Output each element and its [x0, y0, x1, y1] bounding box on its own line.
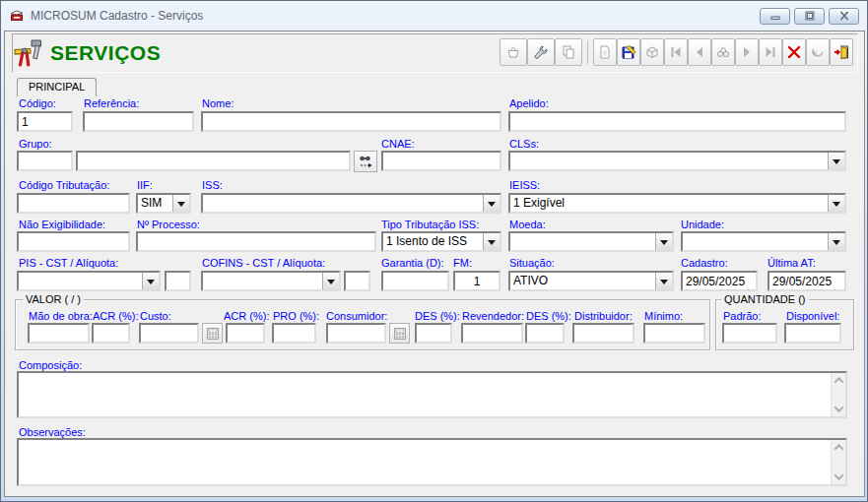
observacoes-textarea[interactable] — [17, 438, 847, 486]
observacoes-label: Observações: — [19, 426, 86, 438]
chevron-down-icon[interactable] — [483, 195, 500, 212]
garantia-label: Garantia (D): — [381, 257, 444, 269]
grupo-name-input[interactable] — [76, 151, 351, 171]
pis-cst-combobox[interactable] — [17, 271, 161, 291]
new-record-button[interactable] — [593, 38, 617, 66]
cnae-input[interactable] — [381, 151, 501, 171]
ieiss-combobox[interactable]: 1 Exigível — [508, 193, 846, 214]
apelido-label: Apelido: — [509, 97, 549, 109]
clss-label: CLSs: — [509, 138, 539, 150]
prior-button[interactable] — [688, 38, 711, 66]
basket-icon — [505, 44, 521, 60]
window-title: MICROSUM Cadastro - Serviços — [31, 9, 203, 23]
mao-de-obra-input[interactable] — [28, 323, 90, 344]
pro-input[interactable] — [272, 323, 316, 344]
custo-label: Custo: — [140, 310, 171, 322]
disponivel-input[interactable] — [784, 323, 841, 344]
chevron-down-icon[interactable] — [655, 273, 672, 289]
codigo-input[interactable] — [17, 111, 73, 132]
close-button[interactable] — [829, 8, 859, 25]
cofins-aliquota-input[interactable] — [344, 271, 370, 291]
last-button[interactable] — [759, 38, 782, 66]
garantia-input[interactable] — [381, 271, 449, 291]
tipo-tributacao-iss-label: Tipo Tributação ISS: — [381, 219, 479, 230]
maximize-button[interactable] — [794, 8, 825, 25]
nome-input[interactable] — [201, 111, 501, 132]
codigo-tributacao-input[interactable] — [17, 193, 130, 214]
binoculars-search-icon — [357, 154, 374, 169]
ieiss-value: 1 Exigível — [510, 195, 828, 212]
scroll-up-icon[interactable] — [834, 377, 843, 387]
nao-exigibilidade-input[interactable] — [17, 231, 130, 252]
consumidor-input[interactable] — [326, 323, 386, 344]
iss-combobox[interactable] — [201, 193, 501, 214]
custo-calculator-button[interactable] — [202, 323, 223, 344]
revendedor-input[interactable] — [461, 323, 523, 344]
ultima-at-input[interactable] — [768, 271, 846, 291]
n-processo-input[interactable] — [136, 231, 376, 252]
chevron-down-icon[interactable] — [322, 273, 339, 289]
tab-principal[interactable]: PRINCIPAL — [17, 78, 97, 96]
des1-input[interactable] — [415, 323, 452, 344]
next-button[interactable] — [735, 38, 759, 66]
apelido-input[interactable] — [508, 111, 846, 132]
cofins-label: COFINS - CST / Alíquota: — [202, 257, 325, 269]
composicao-textarea[interactable] — [17, 371, 847, 418]
clss-combobox[interactable] — [508, 151, 846, 171]
copy-button[interactable] — [555, 38, 582, 66]
moeda-combobox[interactable] — [508, 231, 674, 252]
copy-icon — [561, 44, 576, 60]
chevron-down-icon[interactable] — [828, 233, 844, 250]
toolbar-separator — [587, 40, 588, 64]
acr2-label: ACR (%): — [224, 310, 269, 322]
fm-label: FM: — [453, 257, 472, 269]
package-button[interactable] — [640, 38, 664, 66]
distribuidor-input[interactable] — [572, 323, 634, 344]
chevron-down-icon[interactable] — [172, 195, 189, 212]
save-button[interactable] — [617, 38, 640, 66]
new-record-icon — [597, 44, 613, 60]
first-button[interactable] — [664, 38, 688, 66]
scroll-down-icon[interactable] — [834, 403, 843, 412]
exit-button[interactable] — [830, 38, 853, 66]
acr2-input[interactable] — [226, 323, 265, 344]
grupo-search-button[interactable] — [354, 151, 377, 172]
custo-input[interactable] — [139, 323, 199, 344]
cadastro-input[interactable] — [681, 271, 758, 291]
minimo-input[interactable] — [643, 323, 705, 344]
unidade-combobox[interactable] — [681, 231, 846, 252]
padrao-input[interactable] — [722, 323, 777, 344]
app-window: MICROSUM Cadastro - Serviços SERVIÇOS — [0, 0, 868, 502]
iif-combobox[interactable]: SIM — [136, 193, 191, 214]
situacao-combobox[interactable]: ATIVO — [508, 271, 674, 291]
chevron-down-icon[interactable] — [483, 233, 500, 250]
titlebar[interactable]: MICROSUM Cadastro - Serviços — [2, 2, 866, 30]
find-button[interactable] — [711, 38, 735, 66]
tipo-tributacao-iss-combobox[interactable]: 1 Isento de ISS — [381, 231, 501, 252]
fm-input[interactable] — [453, 271, 501, 291]
acr1-input[interactable] — [92, 323, 130, 344]
chevron-down-icon[interactable] — [655, 233, 672, 250]
mao-de-obra-label: Mão de obra: — [29, 310, 93, 322]
ieiss-label: IEISS: — [509, 179, 540, 191]
unidade-value — [683, 233, 828, 250]
cofins-cst-combobox[interactable] — [201, 271, 341, 291]
delete-button[interactable] — [782, 38, 806, 66]
referencia-input[interactable] — [83, 111, 194, 132]
observacoes-scrollbar[interactable] — [831, 440, 845, 484]
composicao-scrollbar[interactable] — [831, 373, 845, 416]
chevron-down-icon[interactable] — [828, 195, 844, 212]
des2-input[interactable] — [525, 323, 565, 344]
minimize-button[interactable] — [760, 8, 790, 25]
undo-button[interactable] — [806, 38, 830, 66]
wrench-button[interactable] — [527, 38, 555, 66]
chevron-down-icon[interactable] — [828, 153, 844, 169]
grupo-code-input[interactable] — [17, 151, 73, 171]
consumidor-calculator-button[interactable] — [389, 323, 410, 344]
scroll-down-icon[interactable] — [834, 471, 843, 480]
unidade-label: Unidade: — [681, 219, 724, 230]
scroll-up-icon[interactable] — [834, 444, 843, 454]
basket-button[interactable] — [500, 38, 527, 66]
chevron-down-icon[interactable] — [142, 273, 159, 289]
pis-aliquota-input[interactable] — [165, 271, 191, 291]
